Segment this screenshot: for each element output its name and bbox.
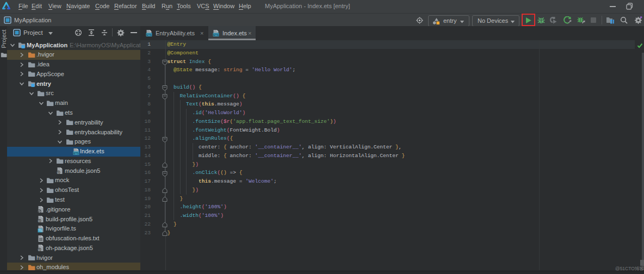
svg-text:ETS: ETS [73,151,79,154]
svg-text:@: @ [57,171,60,174]
svg-text:@: @ [38,248,41,252]
svg-text:ETS: ETS [146,33,152,36]
svg-text:TS: TS [38,229,42,232]
svg-text:@: @ [38,219,41,222]
svg-text:ETS: ETS [213,33,219,36]
